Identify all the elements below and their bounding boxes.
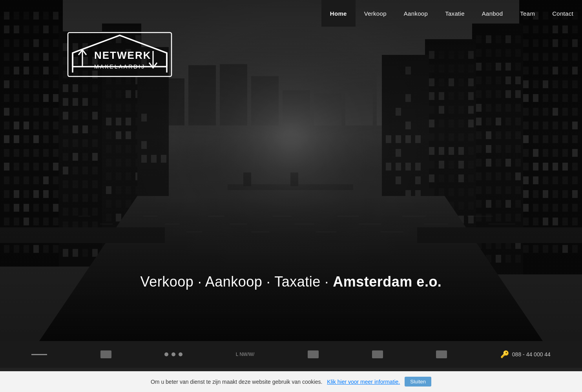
navigation: Home Verkoop Aankoop Taxatie Aanbod Team… (321, 0, 582, 27)
dots-icon (164, 352, 168, 356)
nav-item-team[interactable]: Team (511, 0, 544, 27)
hero-tagline-regular: Verkoop · Aankoop · Taxatie · (140, 274, 333, 290)
nav-item-aankoop[interactable]: Aankoop (395, 0, 436, 27)
bottom-bar: L NW/W/ 🔑 088 - 44 000 44 (0, 341, 582, 368)
bottom-item-3 (164, 352, 182, 356)
cookie-close-button[interactable]: Sluiten (405, 377, 431, 387)
nav-item-contact[interactable]: Contact (544, 0, 582, 27)
bottom-item-phone: 🔑 088 - 44 000 44 (500, 350, 551, 359)
house-icon-3 (372, 350, 383, 358)
svg-text:MAKELAARDIJ: MAKELAARDIJ (94, 64, 145, 70)
hero-tagline-bold: Amsterdam e.o. (333, 274, 442, 290)
cookie-banner: Om u beter van dienst te zijn maakt deze… (0, 371, 582, 392)
house-icon-1 (100, 350, 111, 358)
nav-item-verkoop[interactable]: Verkoop (356, 0, 395, 27)
nav-item-aanbod[interactable]: Aanbod (473, 0, 512, 27)
phone-number: 088 - 44 000 44 (512, 351, 551, 358)
hero-section: NETWERK MAKELAARDIJ Home Verkoop Aankoop… (0, 0, 582, 341)
house-icon-4 (436, 350, 447, 358)
bottom-item-7 (436, 350, 447, 358)
bottom-item-2 (100, 350, 111, 358)
bottom-item-1 (31, 354, 47, 355)
key-icon: 🔑 (500, 350, 509, 359)
line-icon (31, 354, 47, 355)
hero-tagline: Verkoop · Aankoop · Taxatie · Amsterdam … (0, 274, 582, 290)
bottom-item-5 (308, 350, 319, 358)
cookie-text: Om u beter van dienst te zijn maakt deze… (151, 379, 322, 385)
label-nww: L NW/W/ (236, 352, 255, 357)
bottom-item-4: L NW/W/ (236, 352, 255, 357)
cookie-link[interactable]: Klik hier voor meer informatie. (327, 379, 400, 385)
logo[interactable]: NETWERK MAKELAARDIJ (65, 29, 175, 82)
nav-item-home[interactable]: Home (321, 0, 356, 27)
dots-icon-2 (171, 352, 175, 356)
dots-icon-3 (179, 352, 182, 356)
bottom-item-6 (372, 350, 383, 358)
house-icon-2 (308, 350, 319, 358)
svg-text:NETWERK: NETWERK (94, 49, 151, 61)
nav-item-taxatie[interactable]: Taxatie (436, 0, 473, 27)
